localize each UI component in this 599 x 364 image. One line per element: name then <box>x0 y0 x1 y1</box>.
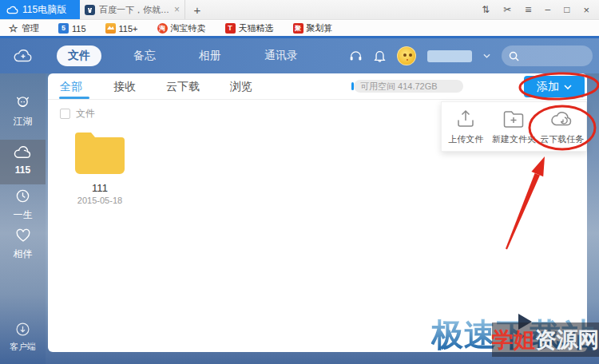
app-nav-bar: 文件 备忘 相册 通讯录 <box>0 38 599 73</box>
bookmarks-bar: ☆ 管理 5 115 115+ 淘 淘宝特卖 T 天猫精选 聚 聚划算 <box>0 21 599 36</box>
new-folder-icon <box>502 109 525 129</box>
bookmark-label: 115+ <box>119 24 138 34</box>
nav-right-cluster <box>349 46 599 66</box>
juhuasuan-icon: 聚 <box>293 23 303 34</box>
active-tab-underline <box>59 97 89 99</box>
username-blurred <box>427 50 472 62</box>
cloud-icon <box>14 146 32 160</box>
taobao-icon: 淘 <box>157 23 168 34</box>
file-item-folder[interactable]: 111 2015-05-18 <box>60 129 140 205</box>
bookmark-label: 管理 <box>22 22 39 34</box>
sidebar-item-client[interactable]: 客户端 <box>0 322 46 353</box>
headset-icon[interactable] <box>349 49 363 62</box>
search-input[interactable] <box>502 46 593 66</box>
star-icon: ☆ <box>8 23 18 34</box>
bookmark-label: 聚划算 <box>307 22 333 34</box>
cloud-add-button[interactable] <box>0 48 46 64</box>
sidebar-item-jianghu[interactable]: 江湖 <box>0 95 46 129</box>
tab-cloud-download[interactable]: 云下载 <box>166 80 200 94</box>
transfer-icon[interactable]: ⇅ <box>482 4 490 15</box>
sidebar-item-115[interactable]: 115 <box>0 146 46 176</box>
nav-item-contacts[interactable]: 通讯录 <box>253 46 309 66</box>
minimize-button[interactable]: – <box>545 4 550 15</box>
chevron-down-icon <box>564 85 572 89</box>
nav-item-albums[interactable]: 相册 <box>188 46 232 66</box>
menu-item-upload-file[interactable]: 上传文件 <box>442 102 490 151</box>
add-button[interactable]: 添加 <box>524 76 585 97</box>
menu-item-new-folder[interactable]: 新建文件夹 <box>490 102 538 151</box>
tab-all[interactable]: 全部 <box>60 80 82 94</box>
file-date: 2015-05-18 <box>60 196 140 205</box>
app-window: 115电脑版 百度一下，你就知道 × + ⇅ ✂ ≡ – □ × ☆ 管理 5 … <box>0 0 599 364</box>
clock-icon <box>15 188 30 204</box>
nav-item-memos[interactable]: 备忘 <box>122 46 167 66</box>
add-button-label: 添加 <box>537 80 559 94</box>
close-tab-icon[interactable]: × <box>174 4 180 15</box>
cloud-download-icon <box>550 109 574 129</box>
sidebar-label: 江湖 <box>0 115 46 129</box>
storage-used-indicator <box>351 82 354 90</box>
bookmark-label: 115 <box>72 24 86 34</box>
tab-label: 百度一下，你就知道 <box>99 4 170 16</box>
sidebar-item-xiangban[interactable]: 相伴 <box>0 228 46 261</box>
sidebar-label: 115 <box>0 164 46 176</box>
chevron-down-icon[interactable] <box>483 53 490 58</box>
nav-item-files[interactable]: 文件 <box>57 46 101 66</box>
tab-browse[interactable]: 浏览 <box>230 80 252 94</box>
select-all-label: 文件 <box>76 107 95 121</box>
menu-item-label: 云下载任务 <box>540 133 584 145</box>
download-circle-icon <box>15 322 30 337</box>
tab-115-active[interactable]: 115电脑版 <box>0 0 80 19</box>
bell-icon[interactable] <box>374 49 386 62</box>
sidebar-label: 一生 <box>0 208 46 222</box>
window-controls: ⇅ ✂ ≡ – □ × <box>482 0 599 19</box>
user-avatar[interactable] <box>397 46 416 65</box>
tab-baidu[interactable]: 百度一下，你就知道 × <box>80 0 185 19</box>
menu-item-label: 新建文件夹 <box>492 133 536 145</box>
jianghu-icon <box>14 95 31 110</box>
watermark-overlay: 学姐资源网 <box>492 322 599 357</box>
menu-item-label: 上传文件 <box>448 133 483 145</box>
tmall-icon: T <box>225 23 236 34</box>
storage-label: 可用空间 414.72GB <box>360 81 438 93</box>
upload-icon <box>455 109 476 129</box>
select-all-checkbox[interactable] <box>60 109 70 119</box>
titlebar-spacer <box>209 0 482 19</box>
add-dropdown-menu: 上传文件 新建文件夹 云下载任务 <box>441 101 587 152</box>
menu-icon[interactable]: ≡ <box>525 3 531 16</box>
sidebar: 江湖 115 一生 相伴 客户端 <box>0 73 46 364</box>
bookmark-115[interactable]: 5 115 <box>58 23 86 34</box>
watermark-white-text: 资源网 <box>535 326 599 354</box>
bookmark-label: 淘宝特卖 <box>171 22 206 34</box>
app-nav-menu: 文件 备忘 相册 通讯录 <box>57 46 309 66</box>
sidebar-label: 客户端 <box>0 341 46 353</box>
cloud-plus-icon <box>13 48 34 64</box>
bookmark-115plus[interactable]: 115+ <box>105 23 138 34</box>
gallery-icon <box>105 23 116 34</box>
storage-capacity-bar: 可用空间 414.72GB <box>354 80 463 93</box>
sidebar-item-yisheng[interactable]: 一生 <box>0 188 46 222</box>
maximize-button[interactable]: □ <box>564 4 569 15</box>
watermark-red-text: 学姐 <box>492 326 535 354</box>
bookmark-manage[interactable]: ☆ 管理 <box>8 22 39 34</box>
new-tab-button[interactable]: + <box>185 0 209 19</box>
content-card: 全部 接收 云下载 浏览 可用空间 414.72GB 添加 文件 111 201… <box>48 73 587 352</box>
scissors-icon[interactable]: ✂ <box>503 4 511 15</box>
bookmark-taobao[interactable]: 淘 淘宝特卖 <box>157 22 206 34</box>
bookmark-label: 天猫精选 <box>239 22 274 34</box>
baidu-favicon-icon <box>85 5 95 15</box>
cloud-icon <box>6 6 18 14</box>
folder-icon <box>72 129 128 176</box>
browser-tab-bar: 115电脑版 百度一下，你就知道 × + ⇅ ✂ ≡ – □ × <box>0 0 599 20</box>
select-all-row: 文件 <box>60 107 95 121</box>
tab-received[interactable]: 接收 <box>113 80 136 94</box>
115-icon: 5 <box>58 23 69 34</box>
menu-item-cloud-download-task[interactable]: 云下载任务 <box>538 102 586 151</box>
sidebar-label: 相伴 <box>0 247 46 261</box>
bookmark-juhuasuan[interactable]: 聚 聚划算 <box>293 22 333 34</box>
bookmark-tmall[interactable]: T 天猫精选 <box>225 22 274 34</box>
content-tab-row: 全部 接收 云下载 浏览 可用空间 414.72GB 添加 <box>48 73 587 100</box>
tab-label: 115电脑版 <box>22 3 66 17</box>
close-button[interactable]: × <box>583 4 589 16</box>
file-name: 111 <box>60 182 140 194</box>
